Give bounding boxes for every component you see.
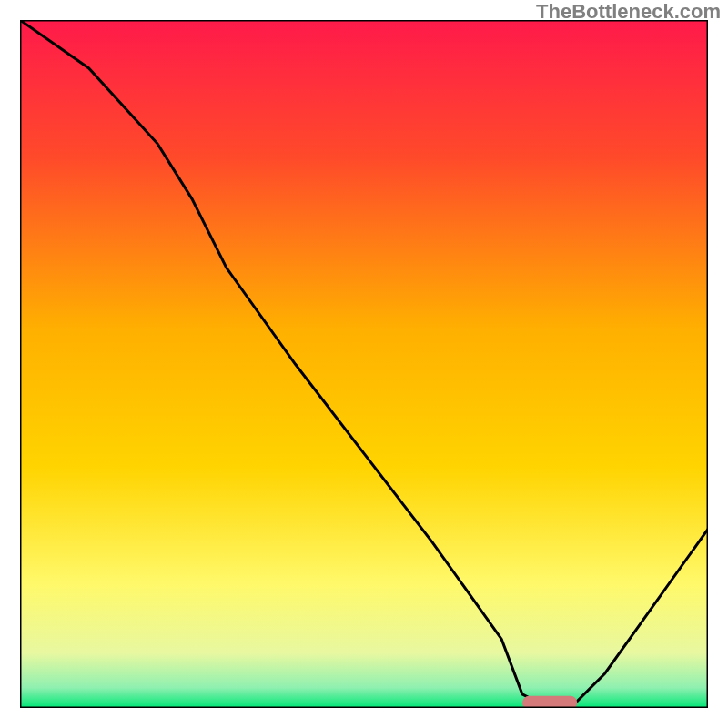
gradient-background — [20, 20, 708, 708]
watermark-text: TheBottleneck.com — [536, 0, 721, 24]
optimal-marker — [522, 696, 578, 708]
bottleneck-chart: TheBottleneck.com — [0, 0, 728, 728]
plot-area — [20, 20, 708, 708]
chart-svg — [20, 20, 708, 708]
